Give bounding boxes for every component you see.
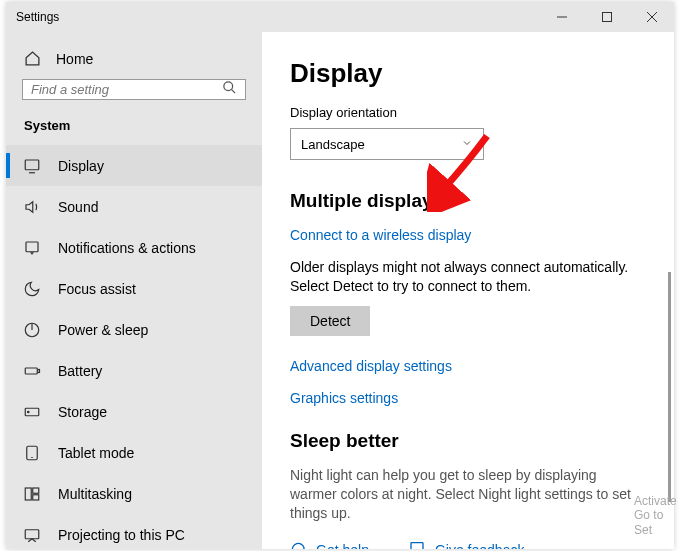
nav-list: Display Sound Notifications & actions Fo… <box>6 145 262 549</box>
svg-rect-21 <box>411 543 423 549</box>
svg-rect-1 <box>602 13 611 22</box>
multiple-displays-heading: Multiple displays <box>290 190 646 212</box>
home-icon <box>22 50 42 67</box>
sidebar-item-label: Multitasking <box>58 486 132 502</box>
sidebar-item-storage[interactable]: Storage <box>6 391 262 432</box>
minimize-button[interactable] <box>539 2 584 32</box>
sidebar-item-label: Projecting to this PC <box>58 527 185 543</box>
content-area: Display Display orientation Landscape Mu… <box>262 32 674 549</box>
activate-watermark: Activate Go to Set <box>634 494 680 537</box>
older-displays-text: Older displays might not always connect … <box>290 258 646 296</box>
titlebar: Settings <box>6 2 674 32</box>
projecting-icon <box>22 525 42 545</box>
sidebar-item-battery[interactable]: Battery <box>6 350 262 391</box>
svg-point-4 <box>224 82 233 91</box>
close-button[interactable] <box>629 2 674 32</box>
graphics-settings-link[interactable]: Graphics settings <box>290 390 646 406</box>
get-help-label: Get help <box>316 542 369 549</box>
sound-icon <box>22 197 42 217</box>
scrollbar[interactable] <box>668 272 671 502</box>
sidebar-item-label: Focus assist <box>58 281 136 297</box>
notifications-icon <box>22 238 42 258</box>
sidebar-item-focus-assist[interactable]: Focus assist <box>6 268 262 309</box>
sidebar-item-label: Battery <box>58 363 102 379</box>
window-title: Settings <box>6 10 539 24</box>
multitasking-icon <box>22 484 42 504</box>
sidebar-item-label: Tablet mode <box>58 445 134 461</box>
search-input[interactable] <box>31 82 222 97</box>
orientation-label: Display orientation <box>290 105 646 120</box>
sidebar-item-display[interactable]: Display <box>6 145 262 186</box>
sidebar-item-multitasking[interactable]: Multitasking <box>6 473 262 514</box>
sleep-better-heading: Sleep better <box>290 430 646 452</box>
display-icon <box>22 156 42 176</box>
svg-rect-20 <box>25 529 39 538</box>
focus-assist-icon <box>22 279 42 299</box>
sidebar-item-label: Power & sleep <box>58 322 148 338</box>
svg-rect-6 <box>25 160 39 170</box>
detect-button[interactable]: Detect <box>290 306 370 336</box>
sidebar-item-label: Notifications & actions <box>58 240 196 256</box>
svg-rect-8 <box>26 242 38 252</box>
svg-line-5 <box>231 89 235 93</box>
sidebar-item-label: Display <box>58 158 104 174</box>
search-icon <box>222 80 237 99</box>
home-label: Home <box>56 51 93 67</box>
sidebar-section-title: System <box>6 118 262 133</box>
orientation-dropdown[interactable]: Landscape <box>290 128 484 160</box>
help-icon <box>290 540 306 549</box>
settings-window: Settings Home System Display <box>6 2 674 549</box>
get-help-link[interactable]: Get help <box>290 540 369 549</box>
maximize-button[interactable] <box>584 2 629 32</box>
sidebar-item-power-sleep[interactable]: Power & sleep <box>6 309 262 350</box>
sidebar-item-tablet-mode[interactable]: Tablet mode <box>6 432 262 473</box>
svg-rect-18 <box>33 488 39 493</box>
power-icon <box>22 320 42 340</box>
sleep-better-desc: Night light can help you get to sleep by… <box>290 466 646 523</box>
advanced-display-link[interactable]: Advanced display settings <box>290 358 646 374</box>
orientation-value: Landscape <box>301 137 365 152</box>
search-box[interactable] <box>22 79 246 100</box>
page-title: Display <box>290 58 646 89</box>
give-feedback-link[interactable]: Give feedback <box>409 540 525 549</box>
feedback-icon <box>409 540 425 549</box>
connect-wireless-link[interactable]: Connect to a wireless display <box>290 227 471 243</box>
sidebar: Home System Display Sound Notifications <box>6 32 262 549</box>
home-button[interactable]: Home <box>6 50 262 67</box>
svg-rect-17 <box>25 488 31 500</box>
svg-rect-19 <box>33 494 39 499</box>
sidebar-item-label: Sound <box>58 199 98 215</box>
sidebar-item-notifications[interactable]: Notifications & actions <box>6 227 262 268</box>
app-body: Home System Display Sound Notifications <box>6 32 674 549</box>
battery-icon <box>22 361 42 381</box>
sidebar-item-projecting[interactable]: Projecting to this PC <box>6 514 262 549</box>
tablet-icon <box>22 443 42 463</box>
chevron-down-icon <box>461 137 473 152</box>
storage-icon <box>22 402 42 422</box>
svg-rect-12 <box>38 369 40 372</box>
svg-point-14 <box>28 411 30 413</box>
sidebar-item-sound[interactable]: Sound <box>6 186 262 227</box>
svg-rect-11 <box>25 368 37 374</box>
sidebar-item-label: Storage <box>58 404 107 420</box>
give-feedback-label: Give feedback <box>435 542 525 549</box>
